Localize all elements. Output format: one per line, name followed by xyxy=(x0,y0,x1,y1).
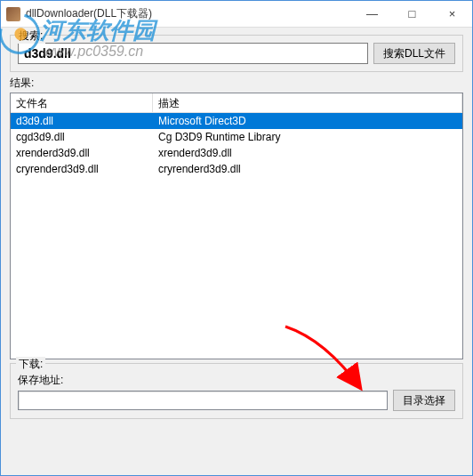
titlebar[interactable]: dllDownloader(DLL下载器) — □ × xyxy=(1,1,472,28)
content-area: 搜索: 搜索DLL文件 结果: 文件名 描述 d3d9.dllMicrosoft… xyxy=(4,28,469,472)
save-path-field[interactable] xyxy=(18,391,388,410)
col-filename-header[interactable]: 文件名 xyxy=(11,93,153,112)
col-desc-header[interactable]: 描述 xyxy=(153,93,462,112)
results-group: 结果: 文件名 描述 d3d9.dllMicrosoft Direct3Dcgd… xyxy=(10,76,463,359)
save-path-label: 保存地址: xyxy=(18,373,455,388)
browse-button[interactable]: 目录选择 xyxy=(393,390,455,411)
window-title: dllDownloader(DLL下载器) xyxy=(26,6,352,21)
results-list[interactable]: 文件名 描述 d3d9.dllMicrosoft Direct3Dcgd3d9.… xyxy=(10,93,463,359)
search-button[interactable]: 搜索DLL文件 xyxy=(373,43,455,64)
app-window: dllDownloader(DLL下载器) — □ × 搜索: 搜索DLL文件 … xyxy=(0,0,473,476)
maximize-button[interactable]: □ xyxy=(392,2,432,27)
cell-desc: Microsoft Direct3D xyxy=(153,114,462,128)
download-group: 下载: 保存地址: 目录选择 xyxy=(10,363,463,419)
search-group: 搜索: 搜索DLL文件 xyxy=(10,35,463,72)
cell-filename: xrenderd3d9.dll xyxy=(11,146,153,160)
close-button[interactable]: × xyxy=(432,2,472,27)
download-group-label: 下载: xyxy=(16,357,45,372)
cell-filename: cgd3d9.dll xyxy=(11,130,153,144)
table-row[interactable]: xrenderd3d9.dllxrenderd3d9.dll xyxy=(11,145,462,161)
cell-desc: xrenderd3d9.dll xyxy=(153,146,462,160)
cell-desc: cryrenderd3d9.dll xyxy=(153,162,462,176)
cell-desc: Cg D3D9 Runtime Library xyxy=(153,130,462,144)
results-label: 结果: xyxy=(10,76,463,91)
cell-filename: cryrenderd3d9.dll xyxy=(11,162,153,176)
app-icon xyxy=(6,7,20,21)
table-row[interactable]: cgd3d9.dllCg D3D9 Runtime Library xyxy=(11,129,462,145)
search-group-label: 搜索: xyxy=(16,28,45,44)
minimize-button[interactable]: — xyxy=(352,2,392,27)
search-input[interactable] xyxy=(18,43,368,64)
cell-filename: d3d9.dll xyxy=(11,114,153,128)
table-row[interactable]: cryrenderd3d9.dllcryrenderd3d9.dll xyxy=(11,161,462,177)
table-row[interactable]: d3d9.dllMicrosoft Direct3D xyxy=(11,113,462,129)
list-header: 文件名 描述 xyxy=(11,93,462,113)
